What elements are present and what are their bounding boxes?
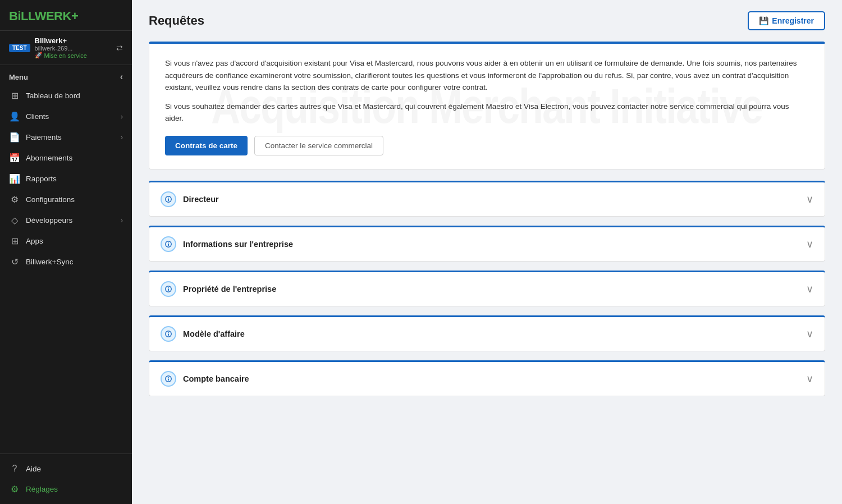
info-paragraph-2: Si vous souhaitez demander des cartes au… [165,100,809,125]
enregistrer-button[interactable]: 💾 Enregistrer [748,11,825,30]
accordion-title-propriete-entreprise: Propriété de l'entreprise [183,285,799,294]
sidebar-item-label: Abonnements [26,154,72,162]
clients-icon: 👤 [9,111,20,122]
sidebar-item-apps[interactable]: ⊞ Apps [0,231,132,251]
chevron-down-icon: ∨ [806,193,813,205]
accordion-icon-compte-bancaire [161,371,176,387]
paiements-icon: 📄 [9,132,20,143]
sidebar-item-label: Billwerk+Sync [26,258,73,266]
sidebar-item-label: Rapports [26,175,57,183]
svg-point-4 [168,242,169,244]
sidebar-item-label: Paiements [26,133,62,141]
svg-rect-8 [168,289,169,291]
abonnements-icon: 📅 [9,153,20,163]
sidebar-item-label: Réglages [26,485,58,493]
svg-rect-14 [168,379,169,381]
accordion-directeur: Directeur ∨ [149,181,825,217]
sidebar-item-label: Aide [26,465,41,473]
info-card-watermark-area: Acquisition Merchant Initiative Si vous … [149,44,825,169]
svg-point-7 [168,287,169,288]
sidebar-item-label: Développeurs [26,216,72,224]
accordion-header-compte-bancaire[interactable]: Compte bancaire ∨ [149,360,825,396]
svg-point-1 [168,198,169,199]
logo-text: BiLLWERK+ [9,9,123,24]
aide-icon: ? [9,464,20,474]
reglages-icon: ⚙ [9,484,20,494]
sidebar-item-label: Configurations [26,195,75,204]
save-icon: 💾 [759,16,768,25]
accordion-icon-informations-entreprise [161,236,176,252]
swap-icon[interactable]: ⇄ [116,43,123,52]
info-card-content: Si vous n'avez pas d'accord d'acquisitio… [149,44,825,169]
page-title: Requêtes [149,13,204,28]
chevron-right-icon: › [121,217,123,224]
accordion-propriete-entreprise: Propriété de l'entreprise ∨ [149,271,825,306]
developpeurs-icon: ◇ [9,215,20,226]
accordion-header-directeur[interactable]: Directeur ∨ [149,181,825,217]
rocket-icon: 🚀 [35,52,43,59]
sidebar-item-developpeurs[interactable]: ◇ Développeurs › [0,210,132,231]
sidebar-item-tableau-de-bord[interactable]: ⊞ Tableau de bord [0,85,132,106]
svg-rect-5 [168,244,169,246]
sidebar-item-label: Apps [26,237,43,245]
account-id: billwerk-269... [35,45,112,52]
info-card-buttons: Contrats de carte Contacter le service c… [165,136,809,155]
chevron-down-icon: ∨ [806,238,813,250]
sidebar-item-aide[interactable]: ? Aide [0,459,132,479]
svg-point-10 [168,332,169,333]
chevron-right-icon: › [121,134,123,141]
page-header: Requêtes 💾 Enregistrer [149,11,825,30]
tableau-de-bord-icon: ⊞ [9,90,20,101]
accordion-icon-modele-affaire [161,326,176,342]
accordion-header-modele-affaire[interactable]: Modèle d'affaire ∨ [149,315,825,351]
apps-icon: ⊞ [9,236,20,246]
logo: BiLLWERK+ [0,0,132,31]
accordion-header-informations-entreprise[interactable]: Informations sur l'entreprise ∨ [149,226,825,262]
account-info: Billwerk+ billwerk-269... 🚀 Mise en serv… [35,36,112,59]
configurations-icon: ⚙ [9,194,20,205]
sidebar-item-rapports[interactable]: 📊 Rapports [0,168,132,189]
accordion-title-compte-bancaire: Compte bancaire [183,374,799,383]
billwerk-sync-icon: ↺ [9,256,20,267]
svg-rect-11 [168,334,169,336]
accordion-modele-affaire: Modèle d'affaire ∨ [149,315,825,351]
chevron-down-icon: ∨ [806,283,813,295]
contacter-service-button[interactable]: Contacter le service commercial [254,136,383,155]
sidebar-item-billwerk-sync[interactable]: ↺ Billwerk+Sync [0,251,132,272]
svg-rect-2 [168,199,169,201]
sidebar: BiLLWERK+ TEST Billwerk+ billwerk-269...… [0,0,132,504]
accordion-title-modele-affaire: Modèle d'affaire [183,329,799,338]
chevron-down-icon: ∨ [806,373,813,385]
account-section: TEST Billwerk+ billwerk-269... 🚀 Mise en… [0,31,132,65]
logo-plus: + [71,9,78,23]
sidebar-item-label: Clients [26,112,49,121]
logo-main: BiLLWERK [9,9,71,23]
info-card: Acquisition Merchant Initiative Si vous … [149,42,825,169]
accordion-icon-propriete-entreprise [161,281,176,297]
accordion-compte-bancaire: Compte bancaire ∨ [149,360,825,396]
menu-header: Menu ‹ [0,65,132,85]
menu-label: Menu [9,73,28,81]
main-content: Requêtes 💾 Enregistrer Acquisition Merch… [132,0,842,504]
contrats-de-carte-button[interactable]: Contrats de carte [165,136,248,155]
accordion-title-informations-entreprise: Informations sur l'entreprise [183,240,799,249]
info-paragraph-1: Si vous n'avez pas d'accord d'acquisitio… [165,57,809,94]
sidebar-item-label: Tableau de bord [26,91,80,100]
chevron-right-icon: › [121,113,123,121]
collapse-sidebar-button[interactable]: ‹ [120,72,123,82]
accordion-informations-entreprise: Informations sur l'entreprise ∨ [149,226,825,262]
accordion-icon-directeur [161,191,176,207]
account-name: Billwerk+ [35,36,112,45]
accordion-header-propriete-entreprise[interactable]: Propriété de l'entreprise ∨ [149,271,825,306]
sidebar-bottom: ? Aide ⚙ Réglages [0,453,132,504]
sidebar-item-configurations[interactable]: ⚙ Configurations [0,189,132,210]
accordion-title-directeur: Directeur [183,195,799,204]
sidebar-item-reglages[interactable]: ⚙ Réglages [0,479,132,500]
sidebar-item-abonnements[interactable]: 📅 Abonnements [0,148,132,168]
nav-list: ⊞ Tableau de bord 👤 Clients › 📄 Paiement… [0,85,132,272]
test-badge: TEST [9,44,30,52]
sidebar-item-clients[interactable]: 👤 Clients › [0,106,132,127]
account-status: 🚀 Mise en service [35,52,112,59]
sidebar-item-paiements[interactable]: 📄 Paiements › [0,127,132,148]
svg-point-13 [168,377,169,378]
